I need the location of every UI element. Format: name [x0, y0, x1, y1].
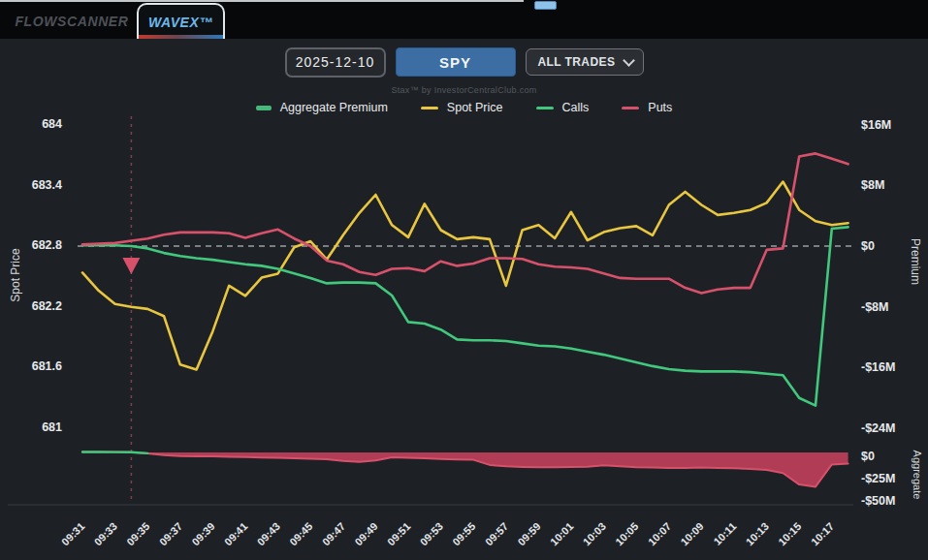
svg-text:-$50M: -$50M	[861, 494, 895, 508]
svg-text:681.6: 681.6	[32, 359, 62, 373]
trades-filter-value: ALL TRADES	[538, 55, 616, 69]
top-blue-chip	[534, 1, 557, 10]
svg-text:09:39: 09:39	[189, 520, 216, 547]
svg-text:10:17: 10:17	[809, 520, 836, 547]
svg-text:$0: $0	[861, 450, 875, 463]
ticker-button[interactable]: SPY	[396, 47, 516, 77]
svg-text:$8M: $8M	[861, 178, 884, 192]
flow-premium-chart[interactable]: 684683.4682.8682.2681.6681$16M$8M$0-$8M-…	[0, 105, 928, 560]
svg-text:Aggregate: Aggregate	[912, 451, 923, 500]
tab-wavex[interactable]: WAVEX™	[137, 3, 225, 39]
svg-text:09:47: 09:47	[320, 520, 347, 547]
svg-text:10:09: 10:09	[678, 520, 705, 547]
svg-text:10:11: 10:11	[711, 520, 738, 547]
tab-flowscanner-label: FLOWSCANNER	[15, 14, 128, 29]
svg-text:683.4: 683.4	[32, 178, 62, 192]
svg-text:09:51: 09:51	[385, 520, 412, 547]
svg-text:-$25M: -$25M	[861, 472, 895, 485]
tab-bar: FLOWSCANNER WAVEX™	[0, 0, 928, 39]
controls-row: 2025-12-10 SPY ALL TRADES	[0, 47, 928, 78]
app-root: FLOWSCANNER WAVEX™ 2025-12-10 SPY ALL TR…	[0, 0, 928, 560]
svg-text:09:57: 09:57	[483, 520, 510, 547]
svg-text:684: 684	[42, 117, 62, 131]
svg-text:$16M: $16M	[861, 118, 891, 132]
chevron-down-icon	[623, 54, 635, 67]
svg-text:10:13: 10:13	[744, 520, 771, 547]
svg-text:09:45: 09:45	[287, 520, 314, 547]
watermark: Stax™ by InvestorCentralClub.com	[0, 85, 928, 95]
svg-text:09:55: 09:55	[450, 520, 477, 547]
svg-text:10:15: 10:15	[776, 520, 803, 547]
svg-text:-$16M: -$16M	[861, 360, 895, 374]
top-edge-highlight	[0, 0, 524, 2]
svg-text:10:03: 10:03	[581, 520, 608, 547]
tab-flowscanner[interactable]: FLOWSCANNER	[10, 3, 134, 39]
svg-text:09:43: 09:43	[255, 520, 282, 547]
svg-text:-$24M: -$24M	[861, 421, 895, 435]
svg-text:09:49: 09:49	[352, 520, 379, 547]
svg-text:682.8: 682.8	[32, 238, 62, 252]
svg-text:09:59: 09:59	[515, 520, 542, 547]
svg-text:09:37: 09:37	[157, 520, 184, 547]
svg-text:09:35: 09:35	[124, 520, 151, 547]
trades-filter-select[interactable]: ALL TRADES	[526, 48, 644, 76]
svg-text:Premium: Premium	[909, 238, 922, 285]
svg-text:682.2: 682.2	[32, 299, 62, 313]
svg-text:09:33: 09:33	[92, 520, 119, 547]
svg-text:09:41: 09:41	[222, 520, 249, 547]
svg-text:Spot Price: Spot Price	[9, 248, 22, 302]
date-input[interactable]: 2025-12-10	[285, 47, 386, 78]
svg-text:10:01: 10:01	[548, 520, 575, 547]
svg-text:09:31: 09:31	[59, 520, 86, 547]
svg-text:-$8M: -$8M	[861, 300, 888, 314]
tab-active-underline	[139, 35, 223, 39]
svg-text:10:07: 10:07	[646, 520, 673, 547]
svg-text:10:05: 10:05	[613, 520, 640, 547]
svg-text:681: 681	[42, 420, 62, 434]
svg-text:$0: $0	[861, 239, 875, 253]
svg-text:09:53: 09:53	[418, 520, 445, 547]
tab-wavex-label: WAVEX™	[148, 15, 213, 30]
